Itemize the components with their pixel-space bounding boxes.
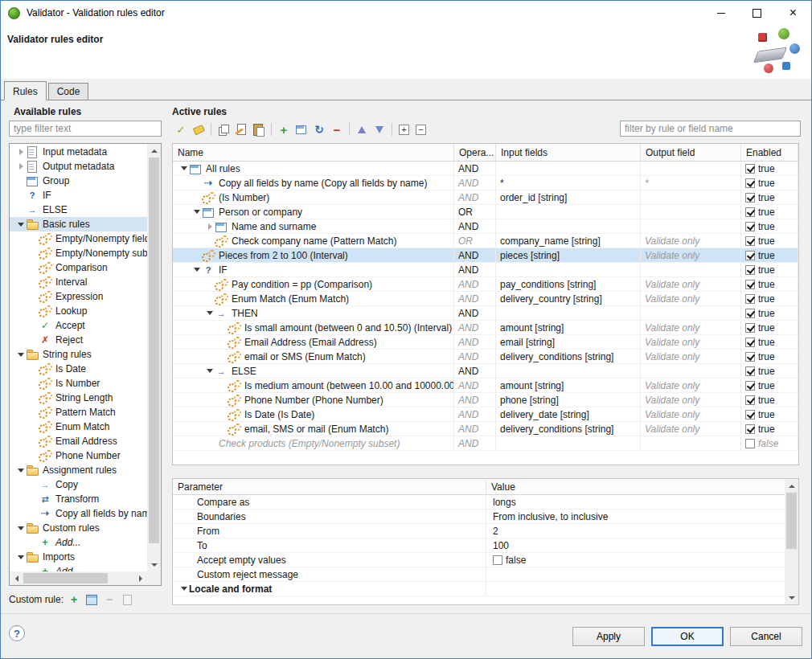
rule-row-phone-number-phone-number[interactable]: Phone Number (Phone Number)ANDphone [str…	[173, 393, 798, 407]
enabled-checkbox[interactable]	[745, 424, 755, 434]
column-header-input-fields[interactable]: Input fields	[496, 144, 641, 161]
rule-row-then[interactable]: →THENANDtrue	[173, 306, 798, 321]
move-up-icon[interactable]	[354, 121, 370, 137]
enabled-checkbox[interactable]	[745, 207, 755, 217]
rule-row-person-or-company[interactable]: Person or companyORtrue	[173, 205, 798, 219]
collapse-arrow-icon[interactable]	[16, 469, 26, 473]
copy-icon[interactable]	[215, 121, 232, 137]
rule-row-pieces-from-2-to-100-interval[interactable]: Pieces from 2 to 100 (Interval)ANDpieces…	[173, 248, 798, 263]
rule-row-else[interactable]: →ELSEANDtrue	[173, 364, 798, 379]
tree-item-else[interactable]: →ELSE	[10, 203, 147, 217]
tree-item-accept[interactable]: ✓Accept	[10, 318, 147, 333]
collapse-arrow-icon[interactable]	[16, 555, 26, 559]
rule-row-email-sms-or-mail-enum-match[interactable]: email, SMS or mail (Enum Match)ANDdelive…	[173, 422, 798, 436]
rules-filter-input[interactable]	[620, 121, 801, 137]
tree-item-copy-all-fields-by-name[interactable]: ⇢Copy all fields by name	[10, 506, 147, 521]
tree-item-empty-nonempty-field[interactable]: Empty/Nonempty field	[10, 231, 147, 246]
scroll-down-icon[interactable]	[147, 558, 161, 571]
rule-row-email-or-sms-enum-match[interactable]: email or SMS (Enum Match)ANDdelivery_con…	[173, 350, 798, 364]
param-value-cell[interactable]: false	[486, 553, 798, 567]
minimize-icon[interactable]	[703, 1, 739, 25]
tree-item-email-address[interactable]: Email Address	[10, 434, 147, 448]
enabled-checkbox[interactable]	[745, 395, 755, 405]
value-checkbox[interactable]	[493, 555, 502, 565]
tree-item-enum-match[interactable]: Enum Match	[10, 420, 147, 434]
collapse-arrow-icon[interactable]	[179, 166, 189, 170]
column-header-enabled[interactable]: Enabled	[741, 144, 798, 161]
tree-item-add[interactable]: +Add...	[10, 564, 147, 571]
enabled-checkbox[interactable]	[745, 410, 755, 420]
enabled-checkbox[interactable]	[745, 164, 755, 174]
tree-item-phone-number[interactable]: Phone Number	[10, 448, 147, 463]
tree-item-assignment-rules[interactable]: Assignment rules	[10, 463, 147, 477]
collapse-arrow-icon[interactable]	[205, 369, 215, 373]
collapse-all-icon[interactable]: −	[416, 125, 426, 135]
param-value-cell[interactable]: 100	[486, 538, 798, 552]
collapse-arrow-icon[interactable]	[179, 587, 189, 591]
tree-item-lookup[interactable]: Lookup	[10, 304, 147, 318]
tree-item-transform[interactable]: ⇄Transform	[10, 492, 147, 506]
tree-item-is-number[interactable]: Is Number	[10, 376, 147, 391]
rule-row-check-company-name-pattern-match[interactable]: Check company name (Pattern Match)ORcomp…	[173, 234, 798, 248]
enabled-checkbox[interactable]	[745, 178, 755, 188]
expand-arrow-icon[interactable]	[16, 163, 26, 170]
param-value-cell[interactable]	[486, 567, 798, 581]
enabled-checkbox[interactable]	[745, 338, 755, 347]
rule-row-is-date-is-date[interactable]: Is Date (Is Date)ANDdelivery_date [strin…	[173, 407, 798, 422]
tree-item-pattern-match[interactable]: Pattern Match	[10, 405, 147, 420]
scroll-up-icon[interactable]	[785, 479, 798, 493]
close-icon[interactable]	[775, 1, 811, 25]
tree-item-add[interactable]: +Add...	[10, 535, 147, 550]
tab-rules[interactable]: Rules	[4, 81, 47, 100]
rule-row-is-medium-amount-between-10-00-and-10000-00-interval[interactable]: Is medium amount (between 10.00 and 1000…	[173, 379, 798, 393]
rule-row-pay-condition-pp-comparison[interactable]: Pay condition = pp (Comparison)ANDpay_co…	[173, 277, 798, 292]
rule-row-if[interactable]: ?IFANDtrue	[173, 263, 798, 277]
scroll-left-icon[interactable]	[10, 571, 23, 585]
rule-row-name-and-surname[interactable]: Name and surnameANDtrue	[173, 219, 798, 234]
enabled-checkbox[interactable]	[745, 352, 755, 362]
tree-item-string-rules[interactable]: String rules	[10, 347, 147, 362]
tree-item-is-date[interactable]: Is Date	[10, 362, 147, 376]
enabled-checkbox[interactable]	[745, 265, 755, 275]
param-value-cell[interactable]: From inclusive, to inclusive	[486, 510, 798, 523]
tree-vertical-scrollbar[interactable]	[147, 144, 161, 571]
enabled-checkbox[interactable]	[745, 193, 755, 203]
scroll-up-icon[interactable]	[147, 144, 161, 158]
param-row-boundaries[interactable]: BoundariesFrom inclusive, to inclusive	[173, 510, 798, 524]
tree-item-output-metadata[interactable]: Output metadata	[10, 159, 147, 174]
tree-item-if[interactable]: ?IF	[10, 188, 147, 203]
help-icon[interactable]	[9, 625, 25, 641]
tree-item-input-metadata[interactable]: Input metadata	[10, 145, 147, 159]
param-value-cell[interactable]	[486, 582, 798, 596]
param-row-to[interactable]: To100	[173, 538, 798, 553]
param-row-from[interactable]: From2	[173, 524, 798, 538]
rule-row-all-rules[interactable]: All rulesANDtrue	[173, 162, 798, 176]
tree-item-interval[interactable]: Interval	[10, 275, 147, 289]
param-column-header-value[interactable]: Value	[486, 479, 798, 494]
rule-row-check-products-empty-nonempty-subset[interactable]: Check products (Empty/Nonempty subset)AN…	[173, 436, 798, 451]
enabled-checkbox[interactable]	[745, 222, 755, 231]
collapse-arrow-icon[interactable]	[192, 210, 202, 214]
validate-icon[interactable]: ✓	[173, 121, 189, 137]
add-rule-icon[interactable]: +	[276, 121, 292, 137]
rule-row-email-address-email-address[interactable]: Email Address (Email Address)ANDemail [s…	[173, 335, 798, 350]
available-filter-input[interactable]	[9, 121, 162, 137]
add-group-icon[interactable]	[293, 121, 310, 137]
enabled-checkbox[interactable]	[745, 381, 755, 391]
column-header-name[interactable]: Name	[173, 144, 454, 161]
enabled-checkbox[interactable]	[745, 251, 755, 260]
tree-item-empty-nonempty-subset[interactable]: Empty/Nonempty subset	[10, 246, 147, 260]
apply-button[interactable]: Apply	[572, 627, 645, 646]
tree-item-reject[interactable]: ✗Reject	[10, 333, 147, 347]
enabled-checkbox[interactable]	[745, 280, 755, 289]
collapse-arrow-icon[interactable]	[205, 311, 215, 315]
paste-icon[interactable]	[251, 121, 267, 137]
column-header-opera[interactable]: Opera...	[454, 144, 496, 161]
remove-icon[interactable]: −	[329, 121, 345, 137]
param-row-accept-empty-values[interactable]: Accept empty valuesfalse	[173, 553, 798, 567]
move-down-icon[interactable]	[371, 121, 388, 137]
tree-item-imports[interactable]: Imports	[10, 550, 147, 564]
parameter-vertical-scrollbar[interactable]	[785, 479, 798, 604]
collapse-arrow-icon[interactable]	[16, 526, 26, 530]
expand-all-icon[interactable]: +	[399, 125, 409, 135]
